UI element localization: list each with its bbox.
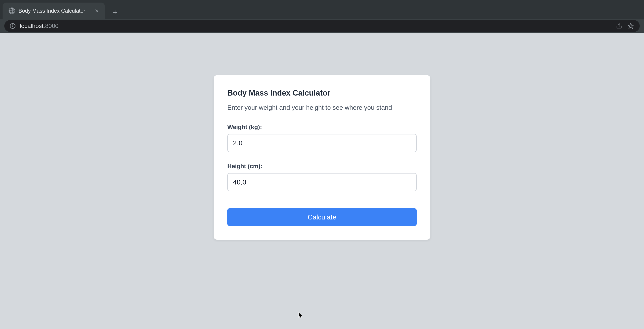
- browser-chrome: Body Mass Index Calculator × + localhost…: [0, 0, 644, 33]
- card-title: Body Mass Index Calculator: [227, 89, 417, 98]
- page-content: Body Mass Index Calculator Enter your we…: [0, 33, 644, 329]
- address-bar[interactable]: localhost:8000: [4, 20, 640, 32]
- share-icon[interactable]: [615, 22, 623, 30]
- weight-field-group: Weight (kg):: [227, 124, 417, 152]
- weight-label: Weight (kg):: [227, 124, 417, 131]
- calculate-button[interactable]: Calculate: [227, 208, 417, 226]
- url-host: localhost: [20, 23, 44, 29]
- new-tab-button[interactable]: +: [108, 6, 122, 19]
- weight-input[interactable]: [227, 134, 417, 152]
- height-input[interactable]: [227, 173, 417, 191]
- globe-icon: [8, 8, 15, 14]
- height-label: Height (cm):: [227, 163, 417, 170]
- card-subtitle: Enter your weight and your height to see…: [227, 104, 417, 111]
- star-icon[interactable]: [627, 22, 634, 30]
- tab-title: Body Mass Index Calculator: [18, 8, 92, 14]
- close-icon[interactable]: ×: [95, 8, 99, 14]
- height-field-group: Height (cm):: [227, 163, 417, 191]
- bmi-card: Body Mass Index Calculator Enter your we…: [214, 75, 430, 240]
- browser-tab[interactable]: Body Mass Index Calculator ×: [2, 3, 105, 19]
- url-text: localhost:8000: [20, 23, 611, 30]
- svg-point-5: [12, 25, 13, 25]
- address-bar-container: localhost:8000: [0, 19, 644, 33]
- info-icon[interactable]: [10, 23, 16, 29]
- url-port: :8000: [44, 23, 58, 29]
- tab-bar: Body Mass Index Calculator × +: [0, 0, 644, 19]
- svg-marker-6: [628, 24, 634, 29]
